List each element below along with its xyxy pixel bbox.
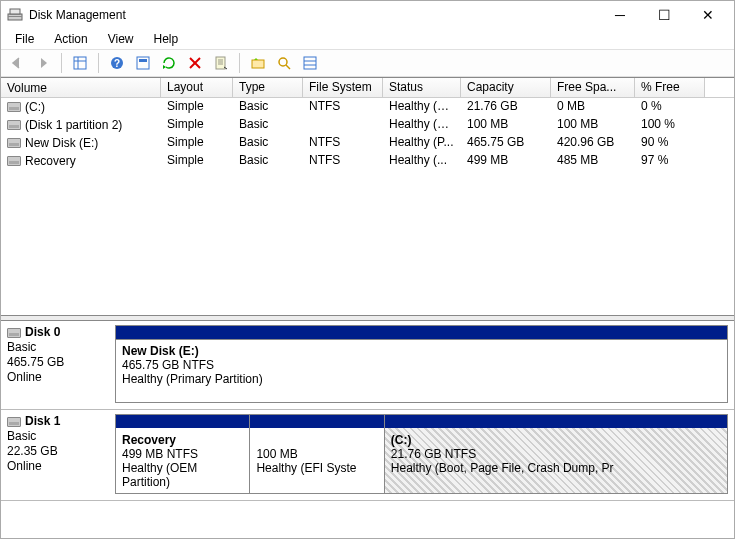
cell-status: Healthy (... [383,152,461,170]
svg-rect-16 [252,60,264,68]
disk-icon [7,328,21,338]
disk-map: Recovery499 MB NTFSHealthy (OEM Partitio… [115,414,728,494]
window-title: Disk Management [29,8,598,22]
partition[interactable]: 100 MBHealthy (EFI Syste [250,414,384,493]
toolbar-separator [98,53,99,73]
disk-row: Disk 1Basic22.35 GBOnlineRecovery499 MB … [1,410,734,501]
toolbar: ? [1,49,734,77]
volume-list[interactable]: Volume Layout Type File System Status Ca… [1,77,734,170]
col-capacity[interactable]: Capacity [461,78,551,97]
partition-subtitle: 465.75 GB NTFS [122,358,721,372]
refresh-icon[interactable] [157,51,181,75]
volume-row[interactable]: (C:)SimpleBasicNTFSHealthy (B...21.76 GB… [1,98,734,116]
cell-status: Healthy (B... [383,98,461,116]
cell-freespace: 0 MB [551,98,635,116]
delete-icon[interactable] [183,51,207,75]
cell-status: Healthy (P... [383,134,461,152]
scan-icon[interactable] [272,51,296,75]
partition-header [116,414,250,428]
app-icon [7,7,23,23]
svg-rect-9 [139,59,147,62]
cell-freespace: 420.96 GB [551,134,635,152]
partition[interactable]: (C:)21.76 GB NTFSHealthy (Boot, Page Fil… [385,414,727,493]
list-view-icon[interactable] [298,51,322,75]
svg-rect-2 [10,9,20,14]
col-pctfree[interactable]: % Free [635,78,705,97]
menu-view[interactable]: View [100,31,142,47]
partition-header [250,414,384,428]
disk-type: Basic [7,429,107,444]
cell-type: Basic [233,116,303,134]
close-button[interactable]: ✕ [686,1,730,29]
cell-capacity: 499 MB [461,152,551,170]
cell-capacity: 465.75 GB [461,134,551,152]
disk-map-header [115,325,728,339]
partition-title: (C:) [391,433,721,447]
cell-pctfree: 100 % [635,116,705,134]
svg-rect-12 [216,57,225,69]
disk-icon [7,417,21,427]
svg-line-18 [286,65,290,69]
show-hide-console-icon[interactable] [68,51,92,75]
volume-name: (Disk 1 partition 2) [25,118,122,132]
cell-capacity: 21.76 GB [461,98,551,116]
volume-row[interactable]: New Disk (E:)SimpleBasicNTFSHealthy (P..… [1,134,734,152]
col-filesystem[interactable]: File System [303,78,383,97]
cell-pctfree: 0 % [635,98,705,116]
partition-status: Healthy (Boot, Page File, Crash Dump, Pr [391,461,721,475]
disk-state: Online [7,370,107,385]
volume-name: Recovery [25,154,76,168]
disk-info[interactable]: Disk 1Basic22.35 GBOnline [7,414,107,494]
partition[interactable]: New Disk (E:)465.75 GB NTFSHealthy (Prim… [116,340,727,402]
cell-status: Healthy (E... [383,116,461,134]
volume-list-pane: Volume Layout Type File System Status Ca… [1,77,734,315]
cell-capacity: 100 MB [461,116,551,134]
cell-type: Basic [233,98,303,116]
svg-rect-19 [304,57,316,69]
drive-icon [7,120,21,130]
cell-filesystem: NTFS [303,152,383,170]
disk-name: Disk 0 [25,325,60,340]
cell-pctfree: 97 % [635,152,705,170]
toolbar-separator [61,53,62,73]
menu-action[interactable]: Action [46,31,95,47]
cell-freespace: 100 MB [551,116,635,134]
svg-rect-3 [74,57,86,69]
disk-name: Disk 1 [25,414,60,429]
forward-button[interactable] [31,51,55,75]
cell-type: Basic [233,134,303,152]
disk-map: New Disk (E:)465.75 GB NTFSHealthy (Prim… [115,325,728,403]
cell-layout: Simple [161,134,233,152]
volume-row[interactable]: RecoverySimpleBasicNTFSHealthy (...499 M… [1,152,734,170]
maximize-button[interactable]: ☐ [642,1,686,29]
volume-row[interactable]: (Disk 1 partition 2)SimpleBasicHealthy (… [1,116,734,134]
back-button[interactable] [5,51,29,75]
help-icon[interactable]: ? [105,51,129,75]
drive-icon [7,138,21,148]
minimize-button[interactable]: ─ [598,1,642,29]
new-volume-icon[interactable] [246,51,270,75]
partition-status: Healthy (EFI Syste [256,461,377,475]
partition[interactable]: Recovery499 MB NTFSHealthy (OEM Partitio… [116,414,250,493]
col-freespace[interactable]: Free Spa... [551,78,635,97]
menu-file[interactable]: File [7,31,42,47]
disk-info[interactable]: Disk 0Basic465.75 GBOnline [7,325,107,403]
disk-map-body: Recovery499 MB NTFSHealthy (OEM Partitio… [115,414,728,494]
col-status[interactable]: Status [383,78,461,97]
partition-header [385,414,727,428]
col-layout[interactable]: Layout [161,78,233,97]
col-type[interactable]: Type [233,78,303,97]
drive-icon [7,156,21,166]
volume-name: New Disk (E:) [25,136,98,150]
cell-freespace: 485 MB [551,152,635,170]
disk-row: Disk 0Basic465.75 GBOnlineNew Disk (E:)4… [1,321,734,410]
properties-icon[interactable] [209,51,233,75]
partition-status: Healthy (Primary Partition) [122,372,721,386]
disk-map-body: New Disk (E:)465.75 GB NTFSHealthy (Prim… [115,339,728,403]
volume-name: (C:) [25,100,45,114]
settings-icon[interactable] [131,51,155,75]
menu-help[interactable]: Help [146,31,187,47]
col-volume[interactable]: Volume [1,78,161,97]
cell-filesystem: NTFS [303,134,383,152]
toolbar-separator [239,53,240,73]
